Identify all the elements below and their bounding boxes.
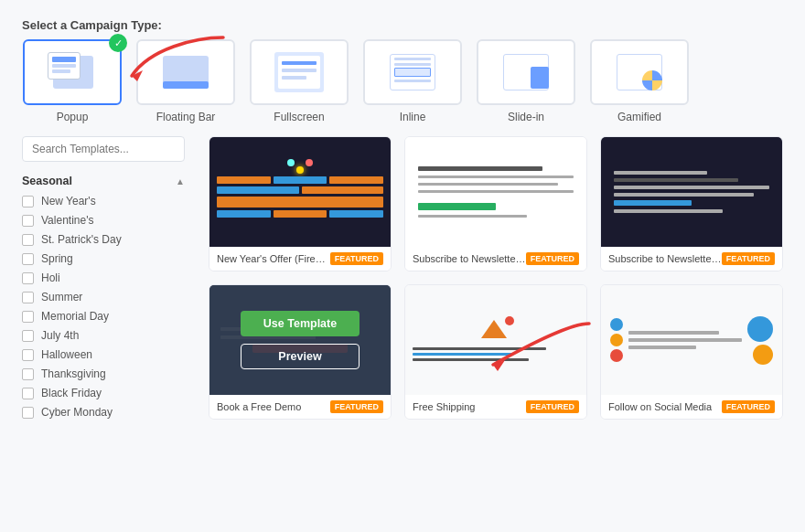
sidebar-item-st-patricks[interactable]: St. Patrick's Day [22,233,185,246]
popup-icon [48,52,97,92]
sidebar-item-memorial-day[interactable]: Memorial Day [22,310,185,323]
newyear-thumbnail [209,137,391,247]
sidebar-item-black-friday[interactable]: Black Friday [22,387,185,399]
sidebar-item-valentines[interactable]: Valentine's [22,214,185,227]
checkbox-halloween[interactable] [22,349,34,361]
gamified-icon [615,52,664,92]
sidebar-items-list: New Year's Valentine's St. Patrick's Day… [22,195,185,419]
campaign-type-inline[interactable]: Inline [362,39,463,123]
popup-box[interactable]: ✓ [23,39,122,105]
floating-bar-box[interactable] [136,39,235,105]
use-template-button[interactable]: Use Template [241,311,360,336]
sidebar-item-halloween[interactable]: Halloween [22,348,185,361]
thanksgiving-label: Thanksgiving [41,367,106,380]
demo-featured-badge: FEATURED [330,400,383,413]
campaign-type-floating-bar[interactable]: Floating Bar [135,39,236,123]
sidebar-item-spring[interactable]: Spring [22,252,185,265]
checkbox-summer[interactable] [22,292,34,303]
halloween-label: Halloween [41,348,92,361]
seasonal-label: Seasonal [22,175,72,187]
template-card-newsletter1[interactable]: Subscribe to Newsletter ... FEATURED [404,136,587,271]
sidebar-item-summer[interactable]: Summer [22,291,185,303]
template-card-social[interactable]: Follow on Social Media FEATURED [600,284,783,420]
floating-bar-icon [161,52,210,92]
sidebar: Seasonal ▲ New Year's Valentine's St. Pa… [22,136,196,425]
freeship-name: Free Shipping [413,401,476,412]
black-friday-label: Black Friday [41,387,102,399]
campaign-types-row: ✓ Popup [22,39,783,123]
newyear-footer: New Year's Offer (Firewo... FEATURED [209,247,391,271]
template-card-demo[interactable]: Use Template Preview Book a Free Demo FE… [209,284,392,420]
checkbox-valentines[interactable] [22,215,34,227]
campaign-type-popup[interactable]: ✓ Popup [22,39,123,123]
social-featured-badge: FEATURED [722,400,775,413]
newyear-name: New Year's Offer (Firewo... [217,253,330,264]
checkbox-st-patricks[interactable] [22,234,34,246]
slidein-icon [501,52,551,92]
demo-card-overlay: Use Template Preview [209,285,391,395]
campaign-type-gamified[interactable]: Gamified [589,39,690,123]
newyear-featured-badge: FEATURED [330,252,383,265]
freeship-featured-badge: FEATURED [526,400,579,413]
spring-label: Spring [41,252,73,265]
social-name: Follow on Social Media [608,401,712,412]
checkbox-cyber-monday[interactable] [22,407,34,419]
campaign-type-label: Select a Campaign Type: [22,18,783,32]
new-years-label: New Year's [41,195,96,207]
newsletter2-thumbnail [601,137,782,247]
checkbox-new-years[interactable] [22,196,34,207]
memorial-day-label: Memorial Day [41,310,109,323]
newsletter1-footer: Subscribe to Newsletter ... FEATURED [405,247,586,271]
template-card-newsletter2[interactable]: Subscribe to Newsletter ... FEATURED [600,136,783,271]
slidein-box[interactable] [477,39,575,105]
sidebar-item-holi[interactable]: Holi [22,271,185,284]
demo-name: Book a Free Demo [217,401,301,412]
social-thumbnail [601,285,782,395]
fullscreen-label: Fullscreen [274,111,324,123]
social-footer: Follow on Social Media FEATURED [601,395,782,419]
checkbox-thanksgiving[interactable] [22,368,34,380]
sidebar-item-new-years[interactable]: New Year's [22,195,185,207]
sidebar-item-july-4th[interactable]: July 4th [22,329,185,342]
newsletter1-thumbnail [405,137,586,247]
valentines-label: Valentine's [41,214,93,227]
holi-label: Holi [41,271,60,284]
demo-thumbnail: Use Template Preview [209,285,391,395]
gamified-box[interactable] [590,39,689,105]
freeship-thumbnail [405,285,586,395]
campaign-type-slidein[interactable]: Slide-in [476,39,576,123]
checkbox-holi[interactable] [22,272,34,284]
popup-label: Popup [57,111,89,123]
search-input[interactable] [22,136,185,162]
freeship-footer: Free Shipping FEATURED [405,395,586,419]
template-card-freeship[interactable]: Free Shipping FEATURED [404,284,587,420]
newsletter2-name: Subscribe to Newsletter ... [608,253,722,264]
template-card-newyear[interactable]: New Year's Offer (Firewo... FEATURED [209,136,392,271]
inline-box[interactable] [363,39,462,105]
campaign-type-fullscreen[interactable]: Fullscreen [249,39,349,123]
newsletter2-featured-badge: FEATURED [722,252,775,265]
sidebar-item-thanksgiving[interactable]: Thanksgiving [22,367,185,380]
templates-grid: New Year's Offer (Firewo... FEATURED [196,136,783,420]
st-patricks-label: St. Patrick's Day [41,233,122,246]
checkbox-memorial-day[interactable] [22,311,34,323]
preview-button[interactable]: Preview [241,344,360,369]
newsletter1-name: Subscribe to Newsletter ... [413,253,526,264]
chevron-up-icon: ▲ [176,176,185,186]
fullscreen-box[interactable] [250,39,349,105]
gamified-label: Gamified [617,111,661,123]
sidebar-section-seasonal[interactable]: Seasonal ▲ [22,175,185,187]
checkbox-spring[interactable] [22,253,34,265]
summer-label: Summer [41,291,82,303]
demo-footer: Book a Free Demo FEATURED [209,395,391,419]
slidein-label: Slide-in [508,111,544,123]
inline-label: Inline [400,111,426,123]
sidebar-item-cyber-monday[interactable]: Cyber Monday [22,406,185,419]
fullscreen-icon [274,52,324,92]
cyber-monday-label: Cyber Monday [41,406,113,419]
newsletter1-featured-badge: FEATURED [526,252,579,265]
main-body: Seasonal ▲ New Year's Valentine's St. Pa… [22,136,783,425]
checkbox-july-4th[interactable] [22,330,34,342]
checkbox-black-friday[interactable] [22,388,34,399]
floating-bar-label: Floating Bar [156,111,216,123]
